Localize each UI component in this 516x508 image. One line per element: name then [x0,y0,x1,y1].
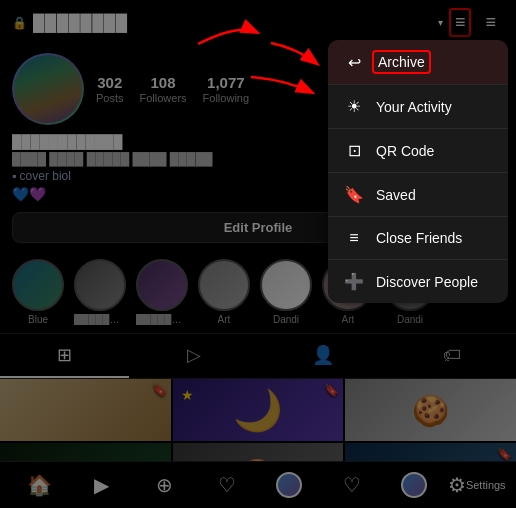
close-friends-label: Close Friends [376,230,462,246]
menu-item-activity[interactable]: ☀ Your Activity [328,85,508,129]
saved-label: Saved [376,187,416,203]
saved-icon: 🔖 [344,185,364,204]
dropdown-menu: ↩ Archive ☀ Your Activity ⊡ QR Code 🔖 Sa… [328,40,508,303]
archive-icon: ↩ [344,53,364,72]
close-friends-icon: ≡ [344,229,364,247]
menu-item-qr[interactable]: ⊡ QR Code [328,129,508,173]
menu-item-saved[interactable]: 🔖 Saved [328,173,508,217]
discover-icon: ➕ [344,272,364,291]
qr-label: QR Code [376,143,434,159]
qr-icon: ⊡ [344,141,364,160]
arrow-to-hamburger [188,14,268,54]
activity-label: Your Activity [376,99,452,115]
menu-item-discover[interactable]: ➕ Discover People [328,260,508,303]
menu-item-close-friends[interactable]: ≡ Close Friends [328,217,508,260]
discover-label: Discover People [376,274,478,290]
archive-label: Archive [372,50,431,74]
menu-item-archive[interactable]: ↩ Archive [328,40,508,85]
arrow-to-activity [246,72,326,112]
activity-icon: ☀ [344,97,364,116]
